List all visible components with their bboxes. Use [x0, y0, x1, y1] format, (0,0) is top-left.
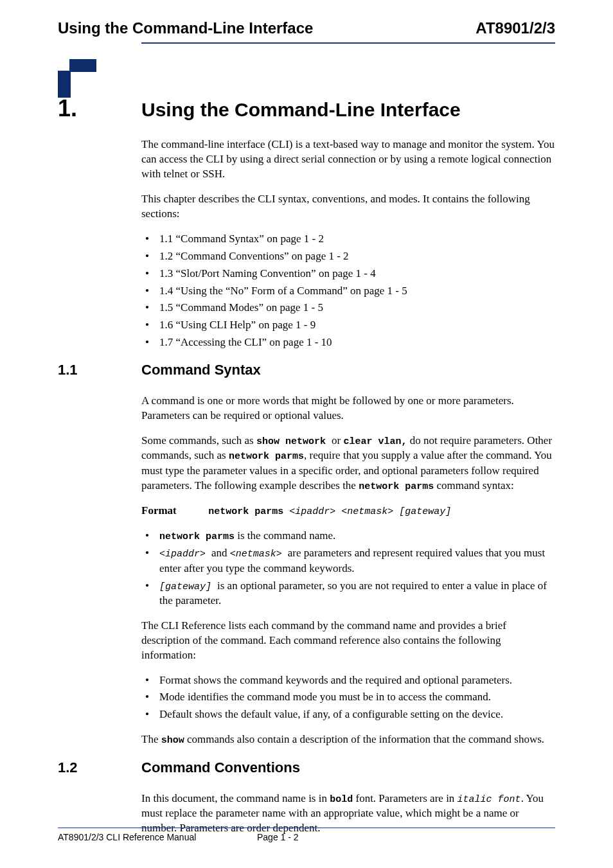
- inline-command: network parms: [229, 451, 304, 462]
- chapter-number: 1.: [58, 95, 141, 122]
- section-number: 1.2: [58, 759, 141, 776]
- format-label: Format: [141, 504, 206, 518]
- footer-page-number: Page 1 - 2: [257, 832, 299, 842]
- s11-paragraph-3: The CLI Reference lists each command by …: [141, 619, 555, 663]
- list-item: <ipaddr> and <netmask> are parameters an…: [141, 546, 555, 576]
- toc-item: 1.2 “Command Conventions” on page 1 - 2: [141, 249, 555, 264]
- section-1-1-heading: 1.1 Command Syntax: [58, 362, 555, 378]
- list-item: Format shows the command keywords and th…: [141, 673, 555, 688]
- section-title: Command Conventions: [141, 759, 300, 776]
- footer-manual-name: AT8901/2/3 CLI Reference Manual: [58, 832, 257, 842]
- s11-paragraph-4: The show commands also contain a descrip…: [141, 732, 555, 747]
- inline-arg: <ipaddr>: [159, 549, 211, 560]
- page-footer: AT8901/2/3 CLI Reference Manual Page 1 -…: [58, 828, 555, 842]
- inline-command: clear vlan,: [343, 436, 407, 447]
- section-1-1-body: A command is one or more words that migh…: [141, 394, 555, 747]
- toc-item: 1.1 “Command Syntax” on page 1 - 2: [141, 232, 555, 247]
- header-title-left: Using the Command-Line Interface: [58, 19, 313, 37]
- inline-italic-sample: italic font: [458, 794, 521, 805]
- format-command: network parms: [208, 506, 289, 517]
- list-item: Mode identifies the command mode you mus…: [141, 690, 555, 705]
- inline-bold-sample: bold: [330, 794, 353, 805]
- reference-info-list: Format shows the command keywords and th…: [141, 673, 555, 723]
- list-item: Default shows the default value, if any,…: [141, 707, 555, 722]
- inline-command: show network: [256, 436, 332, 447]
- chapter-toc-list: 1.1 “Command Syntax” on page 1 - 2 1.2 “…: [141, 232, 555, 351]
- inline-command: network parms: [359, 481, 434, 492]
- toc-item: 1.6 “Using CLI Help” on page 1 - 9: [141, 318, 555, 333]
- inline-command: show: [161, 735, 184, 746]
- chapter-heading: 1. Using the Command-Line Interface: [58, 95, 555, 122]
- toc-item: 1.4 “Using the “No” Form of a Command” o…: [141, 284, 555, 299]
- toc-item: 1.5 “Command Modes” on page 1 - 5: [141, 301, 555, 315]
- page-header: Using the Command-Line Interface AT8901/…: [58, 19, 555, 37]
- s11-paragraph-1: A command is one or more words that migh…: [141, 394, 555, 423]
- inline-arg: [gateway]: [159, 581, 217, 592]
- list-item: [gateway] is an optional parameter, so y…: [141, 579, 555, 608]
- list-item: network parms is the command name.: [141, 529, 555, 544]
- footer-divider: [58, 828, 555, 828]
- format-args: <ipaddr> <netmask> [gateway]: [289, 506, 451, 517]
- intro-paragraph-2: This chapter describes the CLI syntax, c…: [141, 192, 555, 222]
- s11-paragraph-2: Some commands, such as show network or c…: [141, 434, 555, 493]
- section-number: 1.1: [58, 362, 141, 378]
- section-1-2-heading: 1.2 Command Conventions: [58, 759, 555, 776]
- intro-paragraph-1: The command-line interface (CLI) is a te…: [141, 137, 555, 182]
- page: Using the Command-Line Interface AT8901/…: [0, 0, 613, 868]
- toc-item: 1.7 “Accessing the CLI” on page 1 - 10: [141, 335, 555, 350]
- format-syntax-row: Format network parms <ipaddr> <netmask> …: [141, 504, 555, 518]
- chapter-title: Using the Command-Line Interface: [141, 99, 461, 121]
- inline-arg: <netmask>: [230, 549, 288, 560]
- chapter-intro: The command-line interface (CLI) is a te…: [141, 137, 555, 350]
- section-title: Command Syntax: [141, 362, 261, 378]
- header-title-right: AT8901/2/3: [475, 19, 555, 37]
- toc-item: 1.3 “Slot/Port Naming Convention” on pag…: [141, 267, 555, 281]
- header-divider: [141, 42, 555, 44]
- syntax-explain-list: network parms is the command name. <ipad…: [141, 529, 555, 608]
- inline-command: network parms: [159, 531, 235, 542]
